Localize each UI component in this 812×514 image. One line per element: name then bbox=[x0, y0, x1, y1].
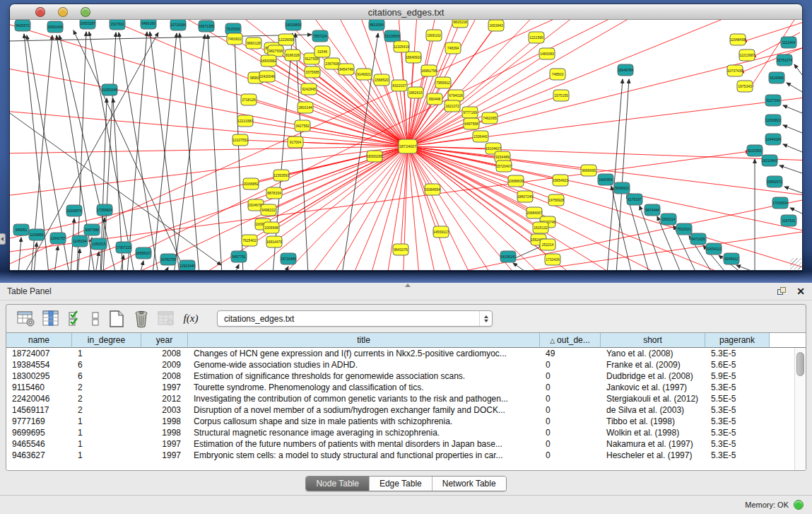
network-node[interactable]: 14569117 bbox=[433, 226, 449, 238]
network-node[interactable]: 15720407 bbox=[496, 160, 512, 172]
create-column-icon[interactable] bbox=[107, 309, 126, 329]
network-edge[interactable] bbox=[309, 89, 408, 146]
network-node[interactable]: 16958107 bbox=[136, 247, 151, 259]
table-row[interactable]: 946362711997Embryonic stem cells: a mode… bbox=[6, 450, 794, 461]
network-node[interactable]: 14136141 bbox=[500, 251, 516, 262]
network-node[interactable]: 16961758 bbox=[421, 65, 437, 76]
network-node[interactable]: 6466160 bbox=[141, 20, 156, 29]
network-edge[interactable] bbox=[10, 146, 408, 156]
split-pane-grip[interactable] bbox=[403, 284, 411, 288]
network-node[interactable]: 748394 bbox=[445, 42, 461, 54]
network-node[interactable]: 1621072 bbox=[445, 100, 460, 112]
network-node[interactable]: 19384554 bbox=[425, 184, 440, 195]
network-node[interactable]: 252214 bbox=[540, 239, 555, 250]
network-edge[interactable] bbox=[10, 20, 408, 146]
network-edge[interactable] bbox=[10, 20, 408, 146]
network-node[interactable]: 1527602 bbox=[110, 20, 125, 30]
network-node[interactable]: 8215953 bbox=[747, 145, 763, 156]
network-node[interactable]: 15892971 bbox=[767, 176, 782, 187]
network-node[interactable]: 2803144 bbox=[298, 102, 313, 113]
network-edge[interactable] bbox=[284, 267, 288, 270]
network-node[interactable]: 16640910 bbox=[406, 52, 421, 63]
network-node[interactable]: 1112404 bbox=[781, 37, 796, 48]
network-node[interactable]: 7463822 bbox=[227, 33, 242, 45]
network-node[interactable]: 8454749 bbox=[339, 64, 354, 75]
network-node[interactable]: 8186328 bbox=[285, 49, 300, 61]
network-node[interactable]: 1653843 bbox=[488, 20, 504, 31]
network-edge[interactable] bbox=[54, 246, 58, 270]
network-node[interactable]: 18724007 bbox=[399, 139, 417, 153]
network-node[interactable]: 1615132 bbox=[533, 222, 548, 233]
network-node[interactable]: 16033809 bbox=[286, 20, 301, 30]
network-node[interactable]: 3427552 bbox=[295, 120, 310, 132]
network-node[interactable]: 17359924 bbox=[97, 204, 112, 216]
network-edge[interactable] bbox=[790, 208, 802, 214]
table-row[interactable]: 1456911722003Disruption of a novel membe… bbox=[6, 404, 794, 416]
network-node[interactable]: 7625402 bbox=[242, 235, 257, 246]
network-node[interactable]: 19654923 bbox=[553, 175, 568, 186]
network-node[interactable]: 10688639 bbox=[508, 175, 524, 187]
network-node[interactable]: 10737439 bbox=[727, 65, 743, 76]
network-node[interactable]: 12942757 bbox=[50, 233, 66, 244]
network-node[interactable]: 7955812 bbox=[435, 77, 451, 88]
network-edge[interactable] bbox=[18, 238, 21, 270]
network-edge[interactable] bbox=[408, 146, 802, 165]
network-edge[interactable] bbox=[779, 165, 802, 173]
network-node[interactable]: 12444184 bbox=[765, 134, 781, 145]
network-node[interactable]: 7632621 bbox=[676, 223, 692, 235]
network-node[interactable]: 7557224 bbox=[312, 30, 328, 42]
table-row[interactable]: 946554611997Estimation of the future num… bbox=[6, 438, 794, 450]
network-edge[interactable] bbox=[165, 267, 168, 270]
network-edge[interactable] bbox=[180, 33, 199, 270]
network-edge[interactable] bbox=[783, 105, 802, 113]
network-edge[interactable] bbox=[295, 142, 408, 146]
network-edge[interactable] bbox=[140, 261, 143, 270]
table-row[interactable]: 969969511998Structural magnetic resonanc… bbox=[6, 427, 794, 438]
citation-network-graph[interactable]: 1872400794055722069140610653287152760264… bbox=[10, 20, 802, 270]
column-header-pagerank[interactable]: pagerank bbox=[705, 333, 770, 348]
network-node[interactable]: 15218506 bbox=[384, 30, 400, 42]
network-node[interactable]: 16210643 bbox=[762, 155, 777, 166]
network-node[interactable]: 9457791 bbox=[231, 251, 247, 262]
network-node[interactable]: 748503 bbox=[550, 69, 565, 80]
network-node[interactable]: 19756928 bbox=[548, 194, 564, 206]
table-mode-icon[interactable] bbox=[16, 309, 36, 329]
network-node[interactable]: 21053346 bbox=[102, 84, 117, 95]
show-columns-icon[interactable] bbox=[41, 309, 61, 329]
network-node[interactable]: 9660128 bbox=[246, 37, 261, 49]
network-node[interactable]: 18807249 bbox=[517, 191, 533, 202]
table-selector-dropdown[interactable]: citations_edges.txt bbox=[217, 310, 493, 327]
network-node[interactable]: 17957225 bbox=[116, 242, 131, 253]
table-row[interactable]: 911546021997Tourette syndrome. Phenomeno… bbox=[6, 382, 794, 393]
network-node[interactable]: 9242845 bbox=[301, 83, 317, 95]
network-node[interactable]: 10719184 bbox=[170, 20, 186, 30]
table-row[interactable]: 1938455462009Genome-wide association stu… bbox=[6, 359, 794, 370]
network-node[interactable]: 1221590 bbox=[529, 32, 544, 43]
network-node[interactable]: 9643276 bbox=[393, 244, 408, 255]
network-edge[interactable] bbox=[408, 146, 802, 270]
float-panel-icon[interactable] bbox=[777, 287, 787, 296]
network-edge[interactable] bbox=[783, 144, 802, 152]
network-node[interactable]: 1156869 bbox=[29, 229, 45, 240]
network-node[interactable]: 6497568 bbox=[464, 118, 479, 129]
network-node[interactable]: 1145194 bbox=[72, 235, 88, 247]
network-edge[interactable] bbox=[408, 146, 802, 270]
network-node[interactable]: 15751074 bbox=[777, 54, 792, 66]
table-row[interactable]: 1872400712008Changes of HCN gene express… bbox=[6, 348, 794, 359]
table-row[interactable]: 2242004622012Investigating the contribut… bbox=[6, 393, 794, 404]
close-panel-icon[interactable]: ✕ bbox=[796, 286, 805, 296]
column-header-year[interactable]: year bbox=[141, 333, 188, 348]
network-node[interactable]: 9245612 bbox=[724, 253, 739, 264]
window-resize-grip[interactable] bbox=[790, 258, 801, 269]
tab-network-table[interactable]: Network Table bbox=[433, 477, 506, 491]
network-node[interactable]: 11548498 bbox=[730, 34, 746, 45]
network-edge[interactable] bbox=[794, 64, 802, 75]
network-node[interactable]: 12213987 bbox=[739, 49, 755, 61]
network-node[interactable]: 10653287 bbox=[80, 20, 95, 29]
network-node[interactable]: 16914479 bbox=[266, 236, 282, 247]
network-node[interactable]: 22420046 bbox=[259, 71, 275, 82]
network-node[interactable]: 9227343 bbox=[765, 95, 781, 106]
network-node[interactable]: 9397588 bbox=[84, 224, 100, 235]
network-node[interactable]: 20684067 bbox=[526, 207, 542, 218]
network-node[interactable]: 12923448 bbox=[180, 260, 195, 270]
